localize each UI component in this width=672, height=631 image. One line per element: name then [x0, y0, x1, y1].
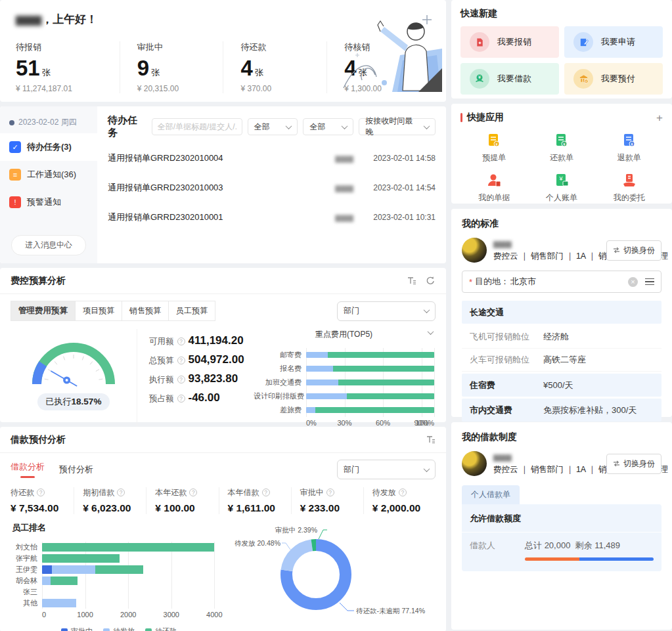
task-submitter: ▆▆▆	[301, 183, 353, 192]
info-icon[interactable]: ?	[37, 489, 45, 496]
budget-dept-select[interactable]: 部门	[337, 301, 436, 321]
task-submitter: ▆▆▆	[301, 213, 353, 222]
tab-sales-budget[interactable]: 销售预算	[122, 301, 169, 321]
repayment-doc-icon: ¥	[554, 133, 570, 148]
chevron-down-icon	[424, 123, 430, 129]
task-row[interactable]: 通用报销单GRRD2302010001 ▆▆▆ 2023-02-01 10:31	[108, 202, 436, 232]
switch-identity-button[interactable]: 切换身份	[606, 454, 661, 474]
user-meta: 费控云 ｜ 销售部门 ｜ 1A ｜ 销售类 ｜ 销售经理	[493, 251, 600, 262]
tab-personal-loan[interactable]: 个人借款单	[462, 485, 520, 504]
personal-bill-icon: ¥	[554, 173, 570, 188]
tab-loan-analysis[interactable]: 借款分析	[11, 461, 45, 478]
task-search-input[interactable]	[152, 118, 242, 135]
tab-project-budget[interactable]: 项目预算	[75, 301, 122, 321]
task-type-filter[interactable]: 全部	[248, 118, 298, 135]
tab-management-budget[interactable]: 管理费用预算	[11, 301, 76, 321]
task-row[interactable]: 通用报销单GRRD2302010003 ▆▆▆ 2023-02-01 14:54	[108, 173, 436, 202]
filter-icon[interactable]	[426, 435, 436, 445]
sidebar-item-work-notices[interactable]: ≡ 工作通知(36)	[0, 161, 97, 188]
create-prepay-button[interactable]: ¥ 我要预付	[564, 63, 663, 95]
app-personal-bill[interactable]: ¥ 个人账单	[528, 173, 596, 204]
create-borrow-button[interactable]: ¥ 我要借款	[460, 63, 559, 95]
budget-tabs: 管理费用预算 项目预算 销售预算 员工预算 部门	[11, 301, 436, 321]
sidebar-item-alert-notices[interactable]: ! 预警通知	[0, 188, 97, 216]
my-docs-person-icon	[486, 173, 502, 188]
info-icon[interactable]: ?	[117, 489, 125, 496]
svg-text:¥: ¥	[478, 75, 481, 79]
info-icon[interactable]: ?	[177, 376, 185, 383]
loan-policy-card: 我的借款制度 ▆▆▆ 费控云 ｜ 销售部门 ｜ 1A ｜ 销售类 ｜ 销售经理 …	[451, 422, 672, 630]
table-row: 市内交通费免票按标准补贴，300/天	[462, 399, 661, 422]
refresh-icon[interactable]	[426, 276, 436, 286]
table-row: 飞机可报销舱位经济舱	[462, 326, 661, 349]
table-row: 火车可报销舱位高铁二等座	[462, 349, 661, 372]
avatar	[462, 451, 487, 476]
switch-arrows-icon	[613, 460, 620, 467]
info-icon[interactable]: ?	[189, 489, 197, 496]
chevron-down-icon	[424, 466, 430, 472]
create-apply-button[interactable]: 我要申请	[564, 26, 663, 58]
info-icon[interactable]: ?	[399, 489, 407, 496]
destination-input[interactable]: * 目的地： 北京市 ×	[462, 271, 661, 293]
app-accrual[interactable]: ¥ 预提单	[460, 133, 528, 163]
app-delegation[interactable]: 我的委托	[595, 173, 663, 204]
add-app-icon[interactable]: +	[656, 112, 663, 123]
current-date: 2023-02-02 周四	[0, 112, 97, 133]
borrow-money-icon: ¥	[470, 69, 489, 89]
top5-title: 重点费用(TOP5)	[254, 329, 434, 340]
app-refund[interactable]: ¥ 退款单	[595, 133, 663, 163]
prepay-icon: ¥	[573, 69, 593, 89]
svg-text:审批中 2.39%: 审批中 2.39%	[275, 526, 317, 534]
date-dot-icon	[9, 120, 14, 125]
filter-icon[interactable]	[407, 276, 416, 286]
info-icon[interactable]: ?	[177, 395, 185, 403]
sidebar-item-todo-tasks[interactable]: ✓ 待办任务(3)	[0, 133, 97, 161]
message-center-button[interactable]: 进入消息中心	[11, 235, 86, 255]
info-icon[interactable]: ?	[177, 337, 185, 345]
quota-section-title: 允许借款额度	[462, 506, 661, 533]
stat-in-approval: 审批中 9张 ¥ 20,315.00	[120, 41, 223, 93]
task-row[interactable]: 通用报销单GRRD2302010004 ▆▆▆ 2023-02-01 14:58	[108, 143, 436, 173]
switch-identity-button[interactable]: 切换身份	[606, 240, 661, 261]
info-icon[interactable]: ?	[262, 489, 270, 496]
todo-main: 待办任务 全部 全部 按接收时间最晚 通用报销单GRRD2302010004 ▆…	[97, 106, 446, 263]
app-my-docs[interactable]: 我的单据	[460, 173, 528, 204]
svg-text:¥: ¥	[495, 142, 498, 146]
loan-title: 借款预付分析	[11, 434, 66, 446]
task-sort-select[interactable]: 按接收时间最晚	[359, 118, 436, 135]
todo-title: 待办任务	[108, 114, 146, 139]
loan-dept-select[interactable]: 部门	[337, 460, 436, 479]
create-reimburse-button[interactable]: 我要报销	[460, 26, 559, 58]
greeting-card: ▆▆▆，上午好！ 待报销 51张 ¥ 11,274,187.01 审批中 9张 …	[0, 0, 446, 102]
standard-table: 长途交通 飞机可报销舱位经济舱 火车可报销舱位高铁二等座 住宿费¥500/天 市…	[462, 301, 661, 422]
refund-doc-icon: ¥	[621, 133, 637, 148]
tab-employee-budget[interactable]: 员工预算	[168, 301, 215, 321]
reimburse-file-icon	[470, 32, 489, 52]
user-name: ▆▆▆	[493, 452, 600, 462]
employee-ranking-chart: 员工排名 刘文怡张宇航王伊雯胡会林张三其他01000200030004000审批…	[11, 519, 227, 631]
svg-text:待还款-未逾期 77.14%: 待还款-未逾期 77.14%	[356, 607, 425, 615]
task-status-filter[interactable]: 全部	[303, 118, 353, 135]
quick-create-card: 快速新建 我要报销 我要申请 ¥ 我要借款	[451, 0, 672, 98]
tab-prepay-analysis[interactable]: 预付分析	[59, 464, 93, 475]
quota-values: 总计 20,000 剩余 11,489	[525, 540, 620, 552]
avatar	[462, 238, 487, 263]
svg-text:¥: ¥	[585, 79, 587, 83]
my-standard-title: 我的标准	[462, 218, 661, 230]
quota-progress-bar	[525, 557, 654, 561]
table-row: 住宿费¥500/天	[462, 374, 661, 397]
loan-tabs: 借款分析 预付分析 部门	[11, 460, 436, 479]
top5-expense-chart: 重点费用(TOP5) 邮寄费报名费加班交通费设计印刷排版费差旅费0%30%60%…	[254, 329, 436, 429]
app-repayment[interactable]: ¥ 还款单	[528, 133, 596, 163]
info-icon[interactable]: ?	[326, 489, 334, 496]
info-icon[interactable]: ?	[177, 357, 185, 364]
accrual-doc-icon: ¥	[486, 133, 502, 148]
user-name: ▆▆▆	[16, 13, 41, 26]
switch-arrows-icon	[613, 247, 620, 253]
stat-pending-repay: 待还款 4张 ¥ 370.00	[223, 41, 326, 93]
delegation-hand-icon	[621, 173, 637, 188]
clear-icon[interactable]: ×	[628, 277, 638, 287]
todo-sidebar: 2023-02-02 周四 ✓ 待办任务(3) ≡ 工作通知(36) ! 预警通…	[0, 106, 97, 263]
chevron-down-icon	[286, 123, 292, 129]
list-icon[interactable]	[645, 278, 654, 286]
